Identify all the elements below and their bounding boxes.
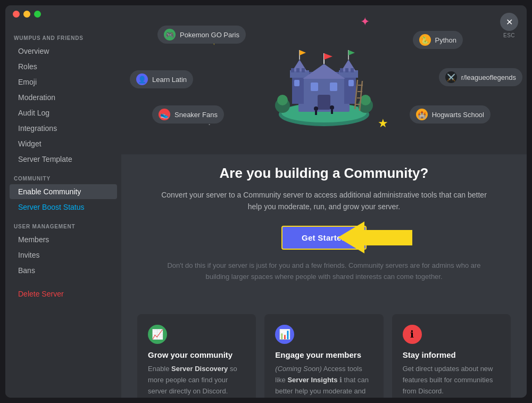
main-content: ✕ ESC ✦ ✦ ★ ⁘ 🎮 Pokemon GO Paris 🐍 Pytho…	[121, 5, 527, 398]
feature-cards: 📈 Grow your community Enable Server Disc…	[121, 314, 527, 398]
server-pill-league: ⚔️ r/leagueoflegends	[439, 68, 522, 86]
sidebar-item-overview[interactable]: Overview	[10, 44, 117, 59]
svg-rect-40	[315, 111, 317, 115]
svg-rect-42	[331, 110, 333, 114]
svg-rect-22	[318, 95, 330, 110]
grow-icon: 📈	[148, 325, 167, 344]
informed-icon: ℹ	[403, 325, 422, 344]
server-pill-pokemon: 🎮 Pokemon GO Paris	[157, 26, 246, 44]
sidebar-item-roles[interactable]: Roles	[10, 59, 117, 74]
latin-icon: 👤	[136, 73, 148, 85]
maximize-button[interactable]	[34, 11, 41, 18]
server-pill-python: 🐍 Python	[413, 31, 463, 49]
svg-marker-24	[324, 53, 332, 60]
esc-button[interactable]: ✕ ESC	[500, 13, 518, 38]
feature-card-informed: ℹ Stay informed Get direct updates about…	[392, 314, 511, 398]
minimize-button[interactable]	[23, 11, 30, 18]
esc-icon: ✕	[500, 13, 518, 31]
star-decoration-3: ★	[378, 117, 388, 130]
pokemon-icon: 🎮	[164, 29, 176, 40]
engage-icon: 📊	[275, 325, 294, 344]
server-pill-hogwarts: 🏰 Hogwarts School	[410, 105, 491, 124]
content-subtitle: Convert your server to a Community serve…	[154, 189, 494, 213]
sneaker-icon: 👟	[159, 109, 170, 120]
sidebar-item-members[interactable]: Members	[10, 232, 117, 247]
engage-title: Engage your members	[275, 350, 372, 359]
svg-point-32	[360, 95, 371, 105]
hogwarts-icon: 🏰	[416, 109, 428, 120]
sidebar-item-widget[interactable]: Widget	[10, 136, 117, 151]
content-area: Are you building a Community? Convert yo…	[121, 154, 527, 314]
sidebar-item-server-template[interactable]: Server Template	[10, 152, 117, 167]
sidebar-item-enable-community[interactable]: Enable Community	[10, 184, 117, 199]
svg-point-31	[277, 95, 288, 105]
svg-rect-21	[348, 80, 354, 86]
grow-desc: Enable Server Discovery so more people c…	[148, 364, 245, 397]
svg-rect-19	[330, 83, 337, 91]
sidebar-item-moderation[interactable]: Moderation	[10, 90, 117, 105]
sidebar-item-server-boost[interactable]: Server Boost Status	[10, 200, 117, 215]
informed-title: Stay informed	[403, 350, 500, 359]
arrow-decoration	[338, 220, 412, 255]
castle-illustration	[271, 32, 377, 128]
sidebar-item-bans[interactable]: Bans	[10, 263, 117, 278]
server-pill-latin: 👤 Learn Latin	[130, 70, 193, 88]
python-icon: 🐍	[419, 34, 431, 46]
svg-rect-18	[311, 83, 318, 91]
sidebar-item-audit-log[interactable]: Audit Log	[10, 105, 117, 120]
svg-point-39	[314, 106, 318, 111]
engage-desc: (Coming Soon) Access tools like Server I…	[275, 364, 372, 398]
feature-card-grow: 📈 Grow your community Enable Server Disc…	[137, 314, 256, 398]
grow-title: Grow your community	[148, 350, 245, 359]
svg-marker-43	[338, 221, 412, 253]
svg-rect-8	[296, 68, 300, 72]
sidebar-item-invites[interactable]: Invites	[10, 248, 117, 262]
feature-card-engage: 📊 Engage your members (Coming Soon) Acce…	[264, 314, 383, 398]
league-icon: ⚔️	[445, 71, 457, 83]
svg-point-41	[330, 105, 334, 110]
svg-rect-14	[345, 68, 348, 72]
disclaimer-text: Don't do this if your server is just for…	[164, 260, 484, 283]
svg-rect-20	[294, 80, 300, 86]
esc-label: ESC	[503, 32, 515, 38]
informed-desc: Get direct updates about new features bu…	[403, 364, 500, 397]
sidebar-section-community: COMMUNITY	[5, 167, 121, 184]
svg-rect-7	[291, 68, 294, 72]
hero-section: ✦ ✦ ★ ⁘ 🎮 Pokemon GO Paris 🐍 Python 👤 Le…	[121, 5, 527, 154]
sidebar-item-integrations[interactable]: Integrations	[10, 121, 117, 136]
star-decoration-2: ✦	[360, 15, 370, 29]
sidebar-section-server: WUMPUS AND FRIENDS	[5, 27, 121, 43]
svg-rect-9	[302, 68, 305, 72]
svg-marker-26	[300, 50, 306, 55]
cta-container: Get Started	[153, 226, 495, 250]
svg-marker-28	[348, 50, 355, 55]
server-pill-sneaker: 👟 Sneaker Fans	[152, 105, 224, 124]
svg-rect-13	[340, 68, 343, 72]
traffic-lights	[13, 11, 41, 18]
sidebar-section-user-management: USER MANAGEMENT	[5, 215, 121, 232]
page-title: Are you building a Community?	[153, 165, 495, 182]
svg-rect-15	[351, 68, 354, 72]
sidebar-item-emoji[interactable]: Emoji	[10, 75, 117, 89]
app-window: WUMPUS AND FRIENDS Overview Roles Emoji …	[5, 5, 527, 398]
sidebar-item-delete-server[interactable]: Delete Server	[10, 286, 117, 301]
close-button[interactable]	[13, 11, 20, 18]
sidebar: WUMPUS AND FRIENDS Overview Roles Emoji …	[5, 5, 121, 398]
